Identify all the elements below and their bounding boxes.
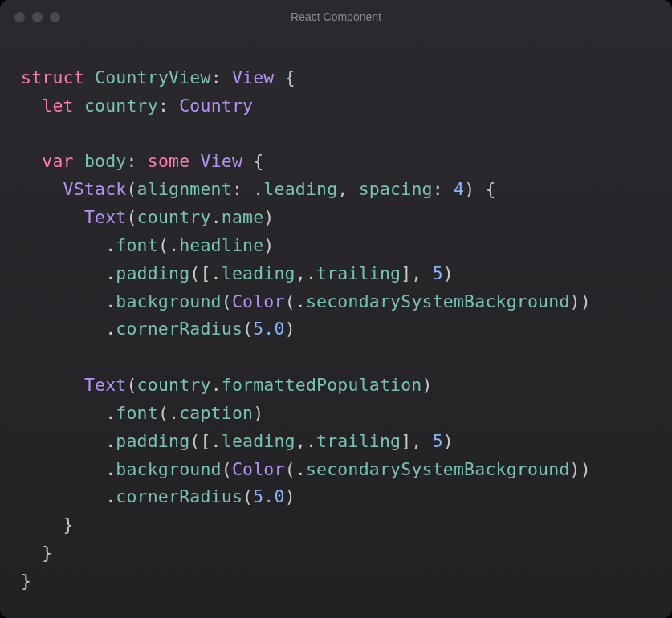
code-token: struct [21,67,84,87]
code-token: : [158,96,179,116]
code-token: . [211,207,222,227]
code-token: ( [242,486,253,506]
code-token: 5.0 [253,486,284,506]
code-token: ,. [295,431,316,451]
code-token: . [21,291,116,311]
code-token: let [42,96,73,116]
titlebar: React Component [0,0,672,34]
code-token: , [337,179,358,199]
code-token: 4 [454,179,464,199]
code-token: font [116,235,158,255]
code-token: } [21,571,31,591]
code-token: } [21,543,52,563]
code-token: Country [179,96,253,116]
code-token: . [21,486,116,506]
code-token: ) [443,263,454,283]
code-token: ( [222,291,232,311]
code-token: trailing [316,431,401,451]
code-token: ], [401,263,432,283]
code-token: ) [443,431,454,451]
code-token [84,67,95,87]
code-token: } [21,514,74,535]
code-token: Color [232,291,285,311]
code-token: : . [232,179,263,199]
code-token [21,151,42,171]
code-token: ) [285,319,295,339]
code-token: )) [570,459,591,479]
code-token: (. [158,403,179,423]
code-token: . [21,403,116,423]
code-token: : [126,151,147,171]
code-token: ,. [295,263,316,283]
code-token: ) [263,235,274,255]
close-icon[interactable] [14,12,25,22]
code-token: CountryView [95,67,211,87]
window-controls [14,12,60,22]
code-token [21,207,84,227]
code-token: name [222,207,264,227]
code-token: background [116,291,221,311]
code-token [21,96,42,116]
code-token: secondarySystemBackground [306,459,570,479]
code-token: ) [422,375,433,395]
code-token [21,375,84,395]
code-token: . [21,431,116,451]
window-title: React Component [0,10,672,23]
code-token: Text [84,375,127,395]
code-token: : [211,67,232,87]
code-token: background [116,459,221,479]
code-token: { [275,67,295,87]
editor-window: React Component struct CountryView: View… [0,0,672,618]
code-token: ([. [189,263,221,283]
code-token: font [116,403,158,423]
code-token: Text [84,207,127,227]
code-token: . [21,235,116,255]
code-token: )) [570,291,591,311]
code-token: leading [263,179,337,199]
code-token: View [201,151,243,171]
code-token: ) [253,403,263,423]
code-token: cornerRadius [116,319,242,339]
minimize-icon[interactable] [32,12,43,22]
code-token: some [148,151,190,171]
code-token: ( [242,319,253,339]
code-token: headline [179,235,263,255]
code-token: country [84,96,158,116]
code-token: secondarySystemBackground [306,291,570,311]
code-token: formattedPopulation [222,375,422,395]
code-token: : [433,179,454,199]
code-token: caption [179,403,253,423]
code-token: alignment [137,179,232,199]
code-token: Color [232,459,285,479]
code-token: ], [401,431,432,451]
code-editor[interactable]: struct CountryView: View { let country: … [0,34,672,616]
code-token: (. [158,235,179,255]
code-token: VStack [63,179,127,199]
code-token: padding [116,263,189,283]
code-token: trailing [316,263,401,283]
code-token: 5 [433,431,443,451]
code-token: 5.0 [253,319,284,339]
code-token: ( [126,207,136,227]
code-token: ) { [464,179,495,199]
code-token: spacing [359,179,433,199]
code-token: country [137,375,211,395]
code-token: leading [222,431,295,451]
code-token: ) [285,486,295,506]
code-token: ( [222,459,232,479]
code-token [74,151,84,171]
code-token: country [137,207,211,227]
maximize-icon[interactable] [50,12,60,22]
code-token: padding [116,431,189,451]
code-token: . [21,319,116,339]
code-token: . [21,263,116,283]
code-token [74,96,84,116]
code-token [21,179,63,199]
code-token: var [42,151,73,171]
code-token: (. [285,459,306,479]
code-token: leading [222,263,295,283]
code-token: ([. [189,431,221,451]
code-token: ) [263,207,274,227]
code-token [189,151,200,171]
code-token: (. [285,291,306,311]
